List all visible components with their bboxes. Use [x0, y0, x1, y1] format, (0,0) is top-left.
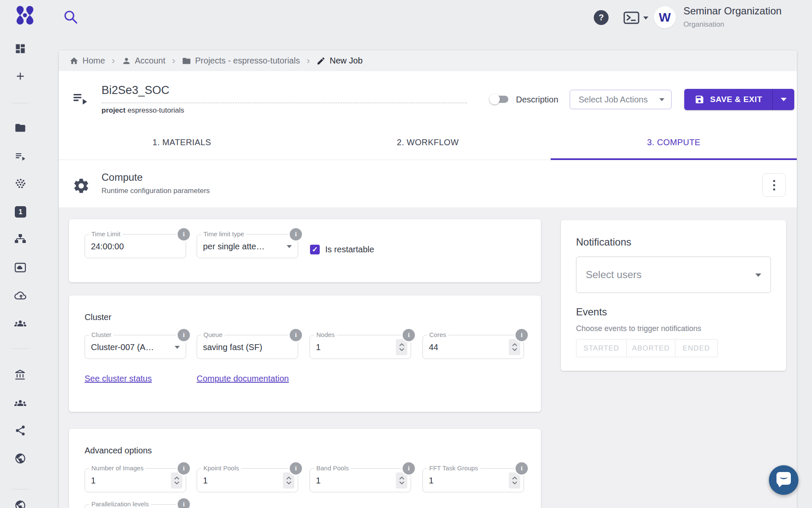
sidebar-item-users[interactable]: [14, 397, 26, 409]
help-icon[interactable]: ?: [594, 10, 609, 25]
console-menu-button[interactable]: [623, 10, 650, 25]
sidebar-item-public[interactable]: [14, 453, 26, 464]
info-icon[interactable]: i: [178, 498, 190, 508]
stepper-control[interactable]: [171, 472, 182, 489]
event-started-button[interactable]: STARTED: [576, 339, 627, 357]
toggle-thumb: [489, 94, 500, 105]
stepper-control[interactable]: [509, 339, 520, 355]
save-icon: [694, 94, 705, 105]
person-icon: [122, 56, 131, 66]
save-exit-button[interactable]: SAVE & EXIT: [684, 89, 772, 110]
sidebar-item-images[interactable]: [14, 262, 26, 273]
description-label: Description: [516, 95, 558, 105]
notifications-card: Notifications Select users Events Choose…: [561, 220, 786, 371]
compute-body: Time Limit 24:00:00 i Time limit type pe…: [59, 207, 797, 508]
stepper-control[interactable]: [509, 472, 520, 489]
fft-task-groups-stepper[interactable]: FFT Task Groups 1 i: [422, 468, 524, 492]
sidebar-item-globe-bottom[interactable]: [14, 500, 26, 508]
event-ended-button[interactable]: ENDED: [675, 339, 718, 357]
events-title: Events: [576, 306, 607, 318]
time-limit-card: Time Limit 24:00:00 i Time limit type pe…: [69, 219, 541, 282]
stepper-control[interactable]: [283, 472, 294, 489]
sidebar-item-create[interactable]: [14, 70, 26, 82]
org-type-label: Organisation: [683, 20, 724, 29]
band-pools-stepper[interactable]: Band Pools 1 i: [310, 468, 411, 492]
compute-subtitle: Runtime configuration parameters: [102, 187, 210, 195]
sidebar-item-projects[interactable]: [14, 122, 26, 134]
project-label: project: [102, 106, 126, 114]
info-icon[interactable]: i: [290, 462, 302, 475]
breadcrumb-new-job[interactable]: New Job: [316, 56, 362, 66]
queue-field[interactable]: Queue saving fast (SF) i: [197, 335, 298, 359]
description-toggle[interactable]: [491, 96, 508, 103]
kpoint-pools-stepper[interactable]: Kpoint Pools 1 i: [197, 468, 298, 492]
sidebar-item-unit-badge[interactable]: 1: [15, 206, 26, 218]
tab-compute[interactable]: 3. COMPUTE: [551, 125, 797, 160]
sidebar-item-team[interactable]: [14, 318, 26, 329]
sidebar-item-cloud-upload[interactable]: [14, 290, 26, 301]
job-icon: [71, 90, 88, 107]
sidebar-item-organization[interactable]: [14, 369, 26, 381]
cores-stepper[interactable]: Cores 44 i: [422, 335, 524, 359]
job-actions-select[interactable]: Select Job Actions: [570, 90, 672, 109]
sidebar-divider: [12, 348, 29, 349]
info-icon[interactable]: i: [290, 228, 302, 240]
sidebar-item-dashboard[interactable]: [14, 43, 26, 55]
sidebar-item-share[interactable]: [14, 425, 26, 436]
info-icon[interactable]: i: [290, 329, 302, 341]
sidebar-item-workflows[interactable]: [14, 234, 26, 246]
number-of-images-stepper[interactable]: Number of Images 1 i: [85, 468, 186, 492]
save-dropdown-button[interactable]: [772, 89, 794, 110]
breadcrumb-account[interactable]: Account: [122, 56, 165, 66]
breadcrumb-separator: ›: [172, 55, 175, 66]
stepper-control[interactable]: [396, 472, 407, 489]
job-title[interactable]: Bi2Se3_SOC: [102, 84, 467, 97]
nodes-stepper[interactable]: Nodes 1 i: [310, 335, 411, 359]
cluster-select[interactable]: Cluster Cluster-007 (A… i: [85, 335, 186, 359]
info-icon[interactable]: i: [178, 329, 190, 341]
breadcrumb-projects[interactable]: Projects - espresso-tutorials: [182, 56, 300, 66]
cluster-status-link[interactable]: See cluster status: [85, 374, 152, 384]
info-icon[interactable]: i: [403, 462, 415, 475]
chevron-down-icon: [755, 273, 761, 277]
compute-docs-link[interactable]: Compute documentation: [197, 374, 289, 384]
wizard-tabs: 1. MATERIALS 2. WORKFLOW 3. COMPUTE: [59, 125, 797, 160]
time-limit-field[interactable]: Time Limit 24:00:00 i: [85, 234, 186, 258]
avatar[interactable]: W: [654, 6, 676, 28]
info-icon[interactable]: i: [178, 462, 190, 475]
sidebar-item-jobs[interactable]: [14, 150, 26, 162]
mat3ra-logo-icon[interactable]: [14, 5, 36, 26]
is-restartable-checkbox[interactable]: ✓: [310, 245, 320, 254]
select-users-dropdown[interactable]: Select users: [576, 257, 771, 293]
info-icon[interactable]: i: [178, 228, 190, 240]
job-header: Bi2Se3_SOC project espresso-tutorials De…: [59, 71, 797, 125]
chevron-down-icon: [175, 346, 180, 349]
breadcrumb-home[interactable]: Home: [69, 56, 105, 66]
tab-workflow[interactable]: 2. WORKFLOW: [305, 125, 551, 160]
info-icon[interactable]: i: [516, 462, 528, 475]
org-name[interactable]: Seminar Organization: [683, 5, 782, 17]
info-icon[interactable]: i: [516, 329, 528, 341]
main-card: Home › Account › Projects - espresso-tut…: [59, 50, 797, 508]
info-icon[interactable]: i: [403, 329, 415, 341]
sidebar-item-materials[interactable]: [14, 178, 26, 190]
project-name: espresso-tutorials: [127, 106, 184, 114]
chat-launcher-button[interactable]: [769, 465, 798, 495]
gear-icon: [72, 177, 90, 195]
events-hint: Choose events to trigger notifications: [576, 324, 701, 333]
app-root: ? W Seminar Organization Organisation 1: [0, 0, 812, 508]
breadcrumb: Home › Account › Projects - espresso-tut…: [59, 50, 797, 71]
search-icon[interactable]: [63, 9, 80, 26]
sidebar-divider: [12, 103, 29, 103]
event-button-group: STARTED ABORTED ENDED: [576, 339, 718, 357]
breadcrumb-separator: ›: [307, 55, 310, 66]
event-aborted-button[interactable]: ABORTED: [626, 339, 675, 357]
tab-materials[interactable]: 1. MATERIALS: [59, 125, 305, 160]
section-menu-button[interactable]: [762, 173, 786, 197]
stepper-control[interactable]: [396, 339, 407, 355]
parallelization-levels-field[interactable]: Parallelization levels i: [85, 504, 186, 508]
job-title-block[interactable]: Bi2Se3_SOC project espresso-tutorials: [102, 84, 467, 115]
save-exit-split-button: SAVE & EXIT: [684, 89, 794, 110]
time-limit-type-select[interactable]: Time limit type per single atte… i: [197, 234, 298, 258]
check-icon: ✓: [312, 245, 318, 254]
